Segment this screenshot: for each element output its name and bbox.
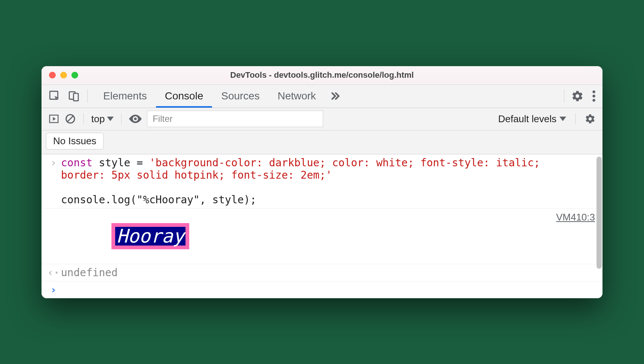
- filter-input[interactable]: [147, 111, 323, 127]
- dropdown-triangle-icon: [559, 116, 566, 121]
- console-return-row: ‹· undefined: [42, 264, 602, 281]
- console-body: › const style = 'background-color: darkb…: [42, 154, 602, 298]
- output-content: Hooray: [61, 211, 556, 262]
- levels-label: Default levels: [498, 113, 556, 125]
- settings-gear-icon[interactable]: [571, 90, 584, 102]
- prompt-chevron-icon: ›: [46, 284, 61, 296]
- kebab-menu-icon[interactable]: [592, 90, 596, 102]
- code-content: const style = 'background-color: darkblu…: [61, 157, 595, 206]
- svg-point-4: [592, 95, 595, 97]
- window-title: DevTools - devtools.glitch.me/console/lo…: [42, 70, 602, 80]
- divider: [83, 113, 84, 124]
- more-tabs-icon[interactable]: [329, 90, 341, 102]
- console-toolbar: top Default levels: [42, 108, 602, 130]
- svg-line-8: [68, 116, 73, 122]
- issues-chip[interactable]: No Issues: [46, 133, 104, 149]
- context-label: top: [91, 113, 105, 125]
- devtools-window: DevTools - devtools.glitch.me/console/lo…: [42, 66, 602, 298]
- svg-point-5: [592, 99, 595, 102]
- divider: [564, 89, 564, 103]
- source-link[interactable]: VM410:3: [556, 211, 595, 223]
- traffic-lights: [49, 72, 78, 78]
- maximize-window-button[interactable]: [71, 72, 78, 78]
- sidebar-toggle-icon[interactable]: [48, 113, 59, 124]
- console-input-row[interactable]: › const style = 'background-color: darkb…: [42, 154, 602, 209]
- issues-row: No Issues: [42, 130, 602, 154]
- svg-rect-2: [74, 93, 79, 101]
- styled-log-output: Hooray: [111, 223, 190, 249]
- context-selector[interactable]: top: [91, 113, 114, 125]
- tab-sources[interactable]: Sources: [212, 84, 269, 108]
- clear-console-icon[interactable]: [65, 113, 76, 124]
- console-prompt-row[interactable]: ›: [42, 281, 602, 298]
- close-window-button[interactable]: [49, 72, 56, 78]
- prompt-input[interactable]: [61, 284, 595, 296]
- svg-point-3: [592, 90, 595, 93]
- input-chevron-icon: ›: [46, 157, 61, 169]
- return-arrow-icon: ‹·: [46, 266, 61, 279]
- titlebar: DevTools - devtools.glitch.me/console/lo…: [42, 66, 602, 85]
- tab-network[interactable]: Network: [269, 84, 325, 108]
- tok-keyword: const: [61, 157, 92, 169]
- tab-strip: Elements Console Sources Network: [42, 85, 602, 108]
- console-settings-gear-icon[interactable]: [585, 113, 596, 124]
- inspect-element-icon[interactable]: [48, 90, 61, 102]
- live-expression-eye-icon[interactable]: [129, 114, 142, 123]
- device-toolbar-icon[interactable]: [68, 90, 80, 102]
- svg-point-9: [134, 117, 137, 120]
- console-output-row: Hooray VM410:3: [42, 209, 602, 264]
- tab-console[interactable]: Console: [156, 84, 212, 108]
- tok-text: style =: [92, 157, 149, 169]
- tok-text: console.log("%cHooray", style);: [61, 194, 257, 206]
- divider: [87, 89, 88, 103]
- dropdown-triangle-icon: [107, 116, 114, 121]
- minimize-window-button[interactable]: [60, 72, 67, 78]
- divider: [575, 113, 576, 124]
- scrollbar[interactable]: [597, 157, 602, 269]
- divider: [121, 113, 122, 124]
- tab-elements[interactable]: Elements: [94, 84, 156, 108]
- log-levels-selector[interactable]: Default levels: [498, 113, 566, 125]
- return-value: undefined: [61, 266, 595, 279]
